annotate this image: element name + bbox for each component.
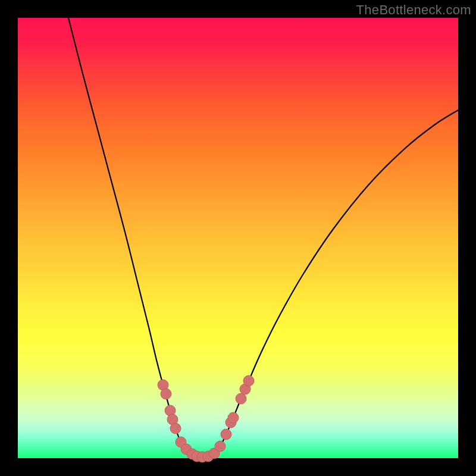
marker-left-2 [161, 389, 171, 399]
curve-layer [18, 18, 458, 458]
watermark-text: TheBottleneck.com [356, 2, 471, 18]
right-curve [202, 110, 458, 457]
marker-right-1 [215, 441, 226, 452]
marker-group [158, 375, 254, 462]
marker-right-2 [221, 429, 231, 440]
marker-right-7 [243, 375, 254, 386]
left-curve [68, 18, 202, 457]
chart-frame: TheBottleneck.com [0, 0, 476, 476]
marker-right-4 [228, 412, 239, 423]
marker-right-5 [236, 393, 246, 404]
marker-left-5 [170, 423, 181, 434]
